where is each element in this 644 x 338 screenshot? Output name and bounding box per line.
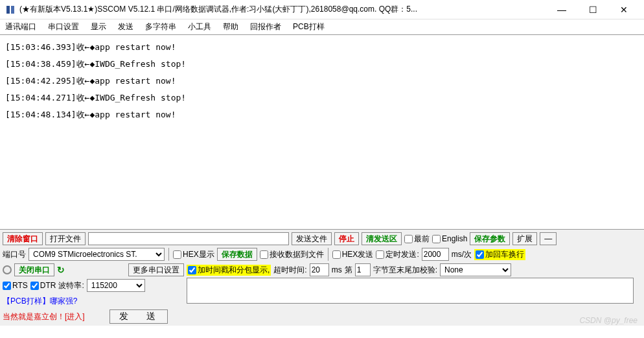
hex-send-checkbox[interactable]: HEX发送 [332, 249, 374, 260]
open-file-button[interactable]: 打开文件 [45, 232, 86, 245]
timestamp-checkbox[interactable]: 加时间戳和分包显示, [187, 265, 271, 276]
jlc-ad-link[interactable]: 当然就是嘉立创！[进入] [3, 311, 85, 322]
crc-select[interactable]: None [440, 263, 511, 276]
control-panel: 清除窗口 打开文件 发送文件 停止 清发送区 最前 English 保存参数 扩… [0, 230, 644, 326]
timed-send-checkbox[interactable]: 定时发送: [376, 249, 419, 260]
interval-input[interactable] [422, 248, 449, 261]
send-button[interactable]: 发 送 [109, 309, 168, 324]
menu-bar: 通讯端口 串口设置 显示 发送 多字符串 小工具 帮助 回报作者 PCB打样 [0, 19, 644, 35]
app-icon [5, 5, 16, 15]
menu-send[interactable]: 发送 [118, 21, 133, 32]
rts-checkbox[interactable]: RTS [3, 281, 28, 290]
hex-show-checkbox[interactable]: HEX显示 [173, 249, 214, 260]
log-line: [15:03:46.393]收←◆app restart now! [5, 39, 639, 56]
nth-label: 第 [345, 265, 352, 276]
menu-port[interactable]: 通讯端口 [5, 21, 36, 32]
window-title: (★有新版本V5.13.1★)SSCOM V5.12.1 串口/网络数据调试器,… [19, 4, 552, 15]
port-label: 端口号 [3, 249, 26, 260]
port-select[interactable]: COM9 STMicroelectronics ST. [29, 248, 165, 261]
nth-input[interactable] [355, 263, 371, 276]
crc-label: 字节至末尾加校验: [373, 265, 437, 276]
log-line: [15:04:38.459]收←◆IWDG_Refresh stop! [5, 56, 639, 73]
log-line: [15:04:44.271]收←◆IWDG_Refresh stop! [5, 90, 639, 106]
more-settings-button[interactable]: 更多串口设置 [128, 263, 184, 276]
svg-rect-0 [6, 6, 10, 14]
record-icon[interactable] [3, 265, 12, 274]
maximize-button[interactable]: ☐ [583, 5, 603, 15]
log-line: [15:04:42.295]收←◆app restart now! [5, 73, 639, 90]
svg-rect-1 [11, 6, 14, 14]
pcb-ad-link[interactable]: 【PCB打样】哪家强? [3, 296, 77, 307]
clear-send-button[interactable]: 清发送区 [362, 232, 402, 245]
close-port-button[interactable]: 关闭串口 [14, 263, 54, 276]
close-button[interactable]: ✕ [614, 5, 634, 15]
baud-select[interactable]: 115200 [87, 279, 145, 292]
dtr-checkbox[interactable]: DTR [30, 281, 56, 290]
title-bar: (★有新版本V5.13.1★)SSCOM V5.12.1 串口/网络数据调试器,… [0, 0, 644, 19]
english-checkbox[interactable]: English [432, 234, 467, 243]
recv-to-file-checkbox[interactable]: 接收数据到文件 [260, 249, 324, 260]
menu-tools[interactable]: 小工具 [188, 21, 211, 32]
baud-label: 波特率: [58, 280, 84, 291]
terminal-output[interactable]: [15:03:46.393]收←◆app restart now! [15:04… [0, 35, 644, 230]
menu-display[interactable]: 显示 [91, 21, 106, 32]
refresh-icon[interactable]: ↻ [57, 265, 65, 275]
collapse-button[interactable]: — [540, 232, 557, 245]
clear-window-button[interactable]: 清除窗口 [3, 232, 43, 245]
menu-settings[interactable]: 串口设置 [48, 21, 79, 32]
watermark: CSDN @py_free [579, 316, 638, 325]
menu-help[interactable]: 帮助 [223, 21, 238, 32]
separator [168, 248, 169, 261]
minimize-button[interactable]: — [552, 5, 571, 15]
timeout-input[interactable] [310, 263, 329, 276]
send-textarea[interactable] [187, 278, 634, 304]
file-path-input[interactable] [88, 232, 289, 245]
topmost-checkbox[interactable]: 最前 [404, 234, 430, 245]
separator [328, 248, 328, 261]
interval-unit: ms/次 [452, 249, 472, 260]
timeout-unit: ms [332, 265, 342, 274]
save-params-button[interactable]: 保存参数 [470, 232, 510, 245]
menu-multistr[interactable]: 多字符串 [145, 21, 176, 32]
save-data-button[interactable]: 保存数据 [217, 248, 257, 261]
timeout-label: 超时时间: [273, 265, 306, 276]
menu-pcb[interactable]: PCB打样 [293, 21, 325, 32]
stop-button[interactable]: 停止 [334, 232, 359, 245]
add-crlf-checkbox[interactable]: 加回车换行 [474, 249, 525, 260]
log-line: [15:04:48.134]收←◆app restart now! [5, 106, 639, 123]
send-file-button[interactable]: 发送文件 [292, 232, 332, 245]
menu-feedback[interactable]: 回报作者 [250, 21, 281, 32]
expand-button[interactable]: 扩展 [512, 232, 537, 245]
